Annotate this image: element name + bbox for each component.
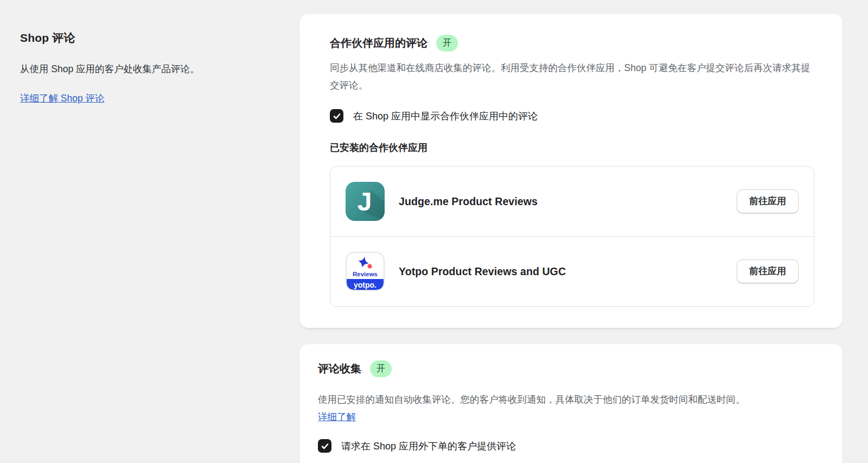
learn-more-shop-reviews-link[interactable]: 详细了解 Shop 评论 [20,92,105,105]
partner-reviews-card-header: 合作伙伴应用的评论 开 [330,35,814,52]
checkbox-label[interactable]: 在 Shop 应用中显示合作伙伴应用中的评论 [353,110,538,123]
review-collection-card-title: 评论收集 [318,361,361,376]
go-to-app-button-judgeme[interactable]: 前往应用 [737,189,799,213]
checkmark-icon [333,112,341,120]
page-title: Shop 评论 [20,30,280,46]
shop-reviews-settings-page: Shop 评论 从使用 Shop 应用的客户处收集产品评论。 详细了解 Shop… [0,0,868,463]
review-collection-card: 评论收集 开 使用已安排的通知自动收集评论。您的客户将收到通知，具体取决于他们的… [299,344,843,463]
partner-reviews-card-title: 合作伙伴应用的评论 [330,36,427,50]
checkbox-checked[interactable] [330,109,343,123]
installed-apps-heading: 已安装的合作伙伴应用 [330,141,814,154]
show-partner-reviews-checkbox-row[interactable]: 在 Shop 应用中显示合作伙伴应用中的评论 [330,109,814,123]
svg-text:J: J [358,187,372,216]
status-on-badge: 开 [436,35,458,52]
status-on-badge: 开 [370,360,392,377]
app-name: Judge.me Product Reviews [399,195,723,208]
svg-text:Reviews: Reviews [353,271,378,277]
request-reviews-checkbox-row[interactable]: 请求在 Shop 应用外下单的客户提供评论 [318,439,823,453]
learn-more-link[interactable]: 详细了解 [318,409,356,425]
review-collection-card-header: 评论收集 开 [318,360,823,377]
yotpo-icon: Reviews yotpo. [346,252,385,291]
checkbox-label[interactable]: 请求在 Shop 应用外下单的客户提供评论 [341,440,516,453]
svg-text:yotpo.: yotpo. [354,281,376,289]
judgeme-icon: J [346,182,385,221]
review-collection-description: 使用已安排的通知自动收集评论。您的客户将收到通知，具体取决于他们的订单发货时间和… [318,391,823,425]
partner-reviews-description: 同步从其他渠道和在线商店收集的评论。利用受支持的合作伙伴应用，Shop 可避免在… [330,59,814,94]
app-row-yotpo: Reviews yotpo. Yotpo Product Reviews and… [330,236,814,306]
partner-app-reviews-card: 合作伙伴应用的评论 开 同步从其他渠道和在线商店收集的评论。利用受支持的合作伙伴… [299,14,843,328]
page-description: 从使用 Shop 应用的客户处收集产品评论。 [20,62,280,77]
review-collection-description-text: 使用已安排的通知自动收集评论。您的客户将收到通知，具体取决于他们的订单发货时间和… [318,394,745,405]
app-name: Yotpo Product Reviews and UGC [399,265,723,278]
checkbox-checked[interactable] [318,439,331,453]
checkmark-icon [321,442,329,451]
go-to-app-button-yotpo[interactable]: 前往应用 [737,259,799,283]
app-row-judgeme: J Judge.me Product Reviews 前往应用 [330,167,814,236]
installed-apps-list: J Judge.me Product Reviews 前往应用 Reviews … [330,166,814,307]
settings-section-header: Shop 评论 从使用 Shop 应用的客户处收集产品评论。 详细了解 Shop… [20,30,280,105]
